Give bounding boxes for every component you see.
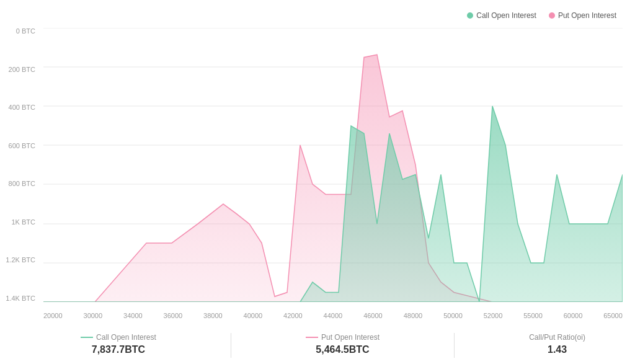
x-label-60000: 60000 <box>564 312 583 319</box>
put-oi-value: 5,464.5BTC <box>316 344 369 355</box>
y-label-4: 600 BTC <box>9 143 35 149</box>
x-label-52000: 52000 <box>484 312 503 319</box>
x-label-50000: 50000 <box>443 312 463 319</box>
stat-divider-2 <box>454 333 455 358</box>
ratio-label: Call/Put Ratio(oi) <box>529 333 585 342</box>
chart-legend: Call Open Interest Put Open Interest <box>467 11 616 20</box>
x-axis: 20000 30000 34000 36000 38000 40000 4200… <box>43 312 623 319</box>
y-label-3: 800 BTC <box>9 180 35 187</box>
stat-divider-1 <box>231 333 231 358</box>
y-label-1: 1.2K BTC <box>6 257 35 264</box>
stat-put-label: Put Open Interest <box>306 333 380 342</box>
y-label-5: 400 BTC <box>9 104 35 111</box>
stat-call-label: Call Open Interest <box>81 333 156 342</box>
stat-put-oi: Put Open Interest 5,464.5BTC <box>306 333 380 355</box>
y-label-0: 1.4K BTC <box>6 295 35 302</box>
x-label-55000: 55000 <box>523 312 543 319</box>
x-label-38000: 38000 <box>203 312 223 319</box>
stat-ratio: Call/Put Ratio(oi) 1.43 <box>529 333 585 355</box>
call-legend-dot <box>467 12 473 19</box>
x-label-65000: 65000 <box>603 312 623 319</box>
call-stat-line <box>81 337 93 338</box>
x-label-42000: 42000 <box>283 312 303 319</box>
y-label-2: 1K BTC <box>11 219 35 226</box>
put-stat-line <box>306 337 318 338</box>
chart-svg <box>43 28 623 302</box>
stat-ratio-label: Call/Put Ratio(oi) <box>529 333 585 342</box>
x-label-48000: 48000 <box>404 312 423 319</box>
legend-call: Call Open Interest <box>467 11 536 20</box>
legend-put: Put Open Interest <box>549 11 616 20</box>
y-label-6: 200 BTC <box>9 66 35 73</box>
put-legend-label: Put Open Interest <box>558 11 616 20</box>
x-label-34000: 34000 <box>123 312 143 319</box>
x-label-36000: 36000 <box>164 312 183 319</box>
stat-call-oi: Call Open Interest 7,837.7BTC <box>81 333 156 355</box>
x-label-40000: 40000 <box>244 312 263 319</box>
x-label-46000: 46000 <box>363 312 383 319</box>
call-oi-value: 7,837.7BTC <box>92 344 145 355</box>
y-label-7: 0 BTC <box>16 28 35 35</box>
chart-container: Call Open Interest Put Open Interest 1.4… <box>0 0 635 364</box>
x-label-30000: 30000 <box>84 312 103 319</box>
call-oi-label: Call Open Interest <box>96 333 156 342</box>
put-oi-label: Put Open Interest <box>321 333 380 342</box>
ratio-value: 1.43 <box>548 344 567 355</box>
x-label-20000: 20000 <box>43 312 63 319</box>
x-label-44000: 44000 <box>324 312 343 319</box>
put-legend-dot <box>549 12 555 19</box>
y-axis: 1.4K BTC 1.2K BTC 1K BTC 800 BTC 600 BTC… <box>0 28 40 302</box>
call-legend-label: Call Open Interest <box>476 11 536 20</box>
bottom-stats: Call Open Interest 7,837.7BTC Put Open I… <box>43 333 623 358</box>
